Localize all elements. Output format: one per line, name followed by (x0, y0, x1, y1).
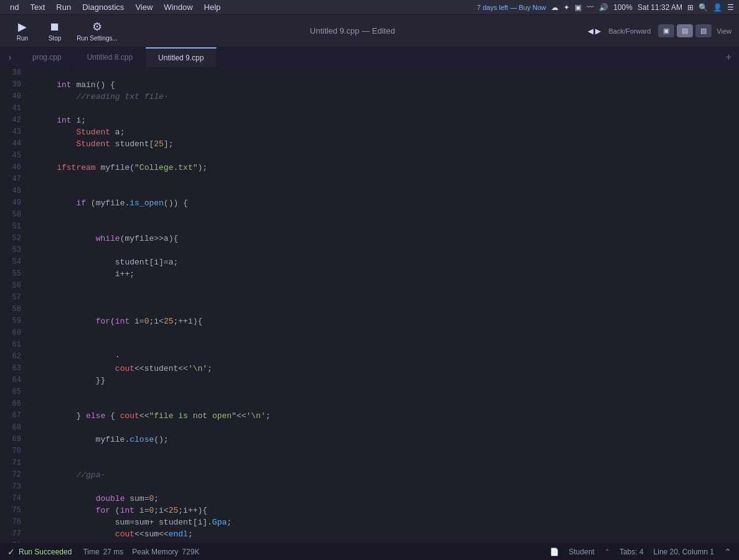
status-right: 📄 Student ⌃ Tabs: 4 Line 20, Column 1 ⌃ (550, 547, 732, 557)
code-line-46: ifstream myfile("College.txt"); (37, 162, 739, 174)
scroll-up-icon[interactable]: ⌃ (724, 547, 732, 557)
menu-icon[interactable]: ☰ (727, 3, 734, 12)
datetime-label: Sat 11:32 AM (638, 3, 682, 12)
code-line-61 (37, 339, 739, 351)
stop-label: Stop (49, 35, 62, 42)
memory-value: 729K (182, 548, 199, 556)
ln-65: 65 (0, 386, 27, 398)
ln-49: 49 (0, 197, 27, 209)
code-line-39: int main() { (37, 79, 739, 91)
ln-39: 39 (0, 79, 27, 91)
code-line-66 (37, 398, 739, 410)
tab-untitled-9[interactable]: Untitled 9.cpp (146, 47, 217, 67)
view-button-2[interactable]: ▤ (677, 24, 693, 37)
tab-label-8: Untitled 8.cpp (87, 53, 133, 62)
ln-61: 61 (0, 339, 27, 351)
ln-62: 62 (0, 351, 27, 363)
ln-64: 64 (0, 375, 27, 386)
stop-icon: ⏹ (49, 21, 60, 34)
ln-78: 78 (0, 540, 27, 543)
wifi-icon: 〰 (586, 3, 594, 12)
code-area[interactable]: int main() { //reading txt file· int i; … (32, 67, 739, 543)
run-button[interactable]: ▶ Run (7, 17, 37, 45)
menubar: nd Text Run Diagnostics View Window Help… (0, 0, 739, 15)
ln-58: 58 (0, 304, 27, 315)
ln-57: 57 (0, 292, 27, 304)
stop-button[interactable]: ⏹ Stop (40, 17, 70, 45)
sidebar-toggle[interactable]: › (0, 47, 20, 67)
ln-67: 67 (0, 410, 27, 422)
code-line-53 (37, 245, 739, 256)
code-line-40: //reading txt file· (37, 91, 739, 103)
time-label: Time (83, 548, 99, 556)
ln-46: 46 (0, 162, 27, 174)
ln-73: 73 (0, 481, 27, 493)
ln-55: 55 (0, 268, 27, 280)
view-button-3[interactable]: ▧ (695, 24, 712, 37)
search-icon[interactable]: 🔍 (699, 3, 708, 12)
statusbar: ✓ Run Succeeded Time 27 ms Peak Memory 7… (0, 543, 739, 560)
view-button-1[interactable]: ▣ (658, 24, 674, 37)
code-line-38 (37, 67, 739, 79)
ln-71: 71 (0, 457, 27, 469)
code-line-60 (37, 327, 739, 339)
ln-47: 47 (0, 174, 27, 185)
menubar-item-run[interactable]: Run (51, 1, 76, 14)
add-tab-button[interactable]: + (718, 47, 739, 67)
code-line-55: i++; (37, 268, 739, 280)
back-forward-button[interactable]: ◀ ▶ (583, 24, 606, 38)
ln-51: 51 (0, 221, 27, 233)
run-icon: ▶ (18, 20, 27, 34)
cursor-position[interactable]: Line 20, Column 1 (654, 548, 714, 556)
language-chevron[interactable]: ⌃ (605, 548, 610, 555)
code-line-44: Student student[25]; (37, 138, 739, 150)
volume-icon: 🔊 (599, 3, 608, 12)
menubar-item-diagnostics[interactable]: Diagnostics (77, 1, 129, 14)
ln-77: 77 (0, 528, 27, 540)
menubar-item-view[interactable]: View (130, 1, 158, 14)
ln-48: 48 (0, 185, 27, 197)
ln-75: 75 (0, 505, 27, 516)
ln-53: 53 (0, 245, 27, 256)
code-line-75: for (int i=0;i<25;i++){ (37, 505, 739, 516)
buy-now-label[interactable]: 7 days left — Buy Now (477, 4, 546, 11)
code-line-77: cout<<sum<<endl; (37, 528, 739, 540)
back-icon: ◀ ▶ (588, 27, 601, 35)
tabs-label[interactable]: Tabs: 4 (619, 548, 644, 556)
menubar-item-help[interactable]: Help (199, 1, 226, 14)
prefs-icon[interactable]: ⊞ (687, 3, 694, 12)
bluetooth-icon: ✦ (563, 3, 570, 12)
code-line-57 (37, 292, 739, 304)
ln-76: 76 (0, 516, 27, 528)
run-label: Run (17, 35, 28, 42)
run-settings-button[interactable]: ⚙ Run Settings... (72, 17, 122, 45)
ln-43: 43 (0, 126, 27, 138)
language-selector[interactable]: Student (569, 548, 595, 556)
code-line-63: cout<<student<<'\n'; (37, 363, 739, 375)
code-line-48 (37, 185, 739, 197)
code-line-72: //gpa· (37, 469, 739, 481)
code-line-49: if (myfile.is_open()) { (37, 197, 739, 209)
ln-66: 66 (0, 398, 27, 410)
user-avatar[interactable]: 👤 (713, 3, 722, 12)
menubar-item-window[interactable]: Window (159, 1, 197, 14)
ln-38: 38 (0, 67, 27, 79)
code-line-73 (37, 481, 739, 493)
code-line-68 (37, 422, 739, 434)
ln-40: 40 (0, 91, 27, 103)
code-line-43: Student a; (37, 126, 739, 138)
settings-label: Run Settings... (77, 35, 118, 42)
ln-70: 70 (0, 446, 27, 457)
ln-44: 44 (0, 138, 27, 150)
menubar-item-text[interactable]: Text (25, 1, 50, 14)
code-line-71 (37, 457, 739, 469)
ln-60: 60 (0, 327, 27, 339)
tab-untitled-8[interactable]: Untitled 8.cpp (75, 47, 146, 67)
code-line-67: } else { cout<<"file is not open"<<'\n'; (37, 410, 739, 422)
run-succeeded-label: Run Succeeded (19, 548, 72, 556)
tab-prog-cpp[interactable]: prog.cpp (20, 47, 75, 67)
menubar-right: 7 days left — Buy Now ☁ ✦ ▣ 〰 🔊 100% Sat… (477, 3, 734, 12)
editor-title: Untitled 9.cpp — Edited (125, 26, 580, 35)
menubar-item-nd[interactable]: nd (5, 1, 24, 14)
ln-56: 56 (0, 280, 27, 292)
